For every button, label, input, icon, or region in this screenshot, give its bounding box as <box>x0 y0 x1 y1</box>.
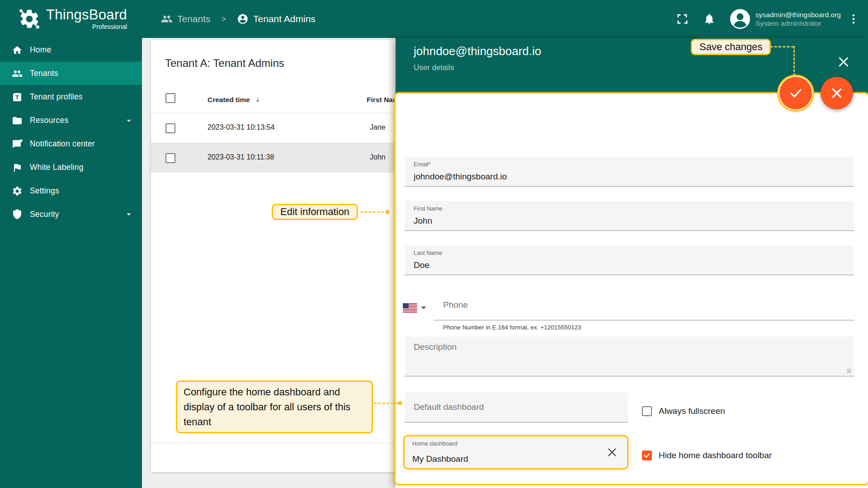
user-email: sysadmin@thingsboard.org <box>755 10 841 19</box>
annotation-configure-home-dashboard: Configure the home dashboard and display… <box>176 380 373 433</box>
phone-country-select[interactable] <box>403 297 431 319</box>
breadcrumb: Tenants > Tenant Admins <box>142 13 316 25</box>
breadcrumb-tenant-admins: Tenant Admins <box>253 14 316 24</box>
annotation-save-changes: Save changes <box>691 39 771 55</box>
page-title: Tenant A: Tenant Admins <box>165 57 284 70</box>
sidebar-item-label: Security <box>30 210 59 219</box>
cell-created-time: 2023-03-31 10:11:38 <box>208 153 274 161</box>
sidebar-item-white-labeling[interactable]: White Labeling <box>0 155 142 179</box>
tenants-icon <box>12 68 23 79</box>
resize-handle[interactable] <box>847 369 851 373</box>
last-name-field[interactable]: Last Name <box>405 245 854 275</box>
email-input[interactable] <box>414 172 836 182</box>
chevron-down-icon <box>421 306 426 310</box>
gear-icon <box>12 186 23 197</box>
breadcrumb-separator: > <box>222 14 226 24</box>
default-dashboard-field[interactable] <box>405 392 628 422</box>
notification-center-icon <box>12 139 23 150</box>
sidebar: ThingsBoard Professional Home Tenants T … <box>0 0 142 488</box>
description-textarea[interactable] <box>414 342 840 371</box>
tenant-profiles-icon: T <box>12 92 23 103</box>
sidebar-item-settings[interactable]: Settings <box>0 179 142 202</box>
breadcrumb-tenants[interactable]: Tenants <box>177 14 211 24</box>
email-field[interactable]: Email* <box>405 157 854 187</box>
avatar[interactable] <box>730 9 750 29</box>
topbar-actions: sysadmin@thingsboard.org System administ… <box>661 9 868 29</box>
close-icon[interactable] <box>837 55 850 69</box>
sidebar-item-notification-center[interactable]: Notification center <box>0 132 142 155</box>
sidebar-item-tenants[interactable]: Tenants <box>0 61 142 85</box>
user-info: sysadmin@thingsboard.org System administ… <box>755 10 841 28</box>
first-name-label: First Name <box>414 205 443 212</box>
cancel-button[interactable] <box>821 77 853 109</box>
first-name-input[interactable] <box>414 216 836 226</box>
sidebar-item-label: Tenant profiles <box>30 92 83 102</box>
close-icon <box>830 86 844 100</box>
brand-name: ThingsBoard <box>46 8 127 23</box>
folder-icon <box>12 115 23 126</box>
chevron-down-icon <box>124 116 134 126</box>
drawer-subtitle: User details <box>414 63 454 72</box>
cell-first-name: John <box>370 153 386 161</box>
screen: ThingsBoard Professional Home Tenants T … <box>0 0 868 488</box>
last-name-label: Last Name <box>414 249 442 256</box>
tenants-icon <box>161 13 173 25</box>
chevron-down-icon <box>124 209 134 219</box>
user-details-drawer: johndoe@thingsboard.io User details Emai… <box>396 38 868 488</box>
phone-hint: Phone Number in E.164 format, ex. +12015… <box>443 324 581 331</box>
notifications-bell-icon[interactable] <box>703 13 716 25</box>
annotation-connector <box>793 46 795 76</box>
user-role: System administrator <box>755 19 841 28</box>
default-dashboard-input[interactable] <box>414 392 610 422</box>
sort-desc-icon <box>254 96 262 104</box>
annotation-connector-dot <box>398 401 402 405</box>
always-fullscreen-checkbox[interactable]: Always fullscreen <box>642 406 725 416</box>
sidebar-item-resources[interactable]: Resources <box>0 108 142 132</box>
phone-field[interactable] <box>434 290 854 320</box>
fullscreen-icon[interactable] <box>676 13 689 25</box>
select-all-checkbox[interactable] <box>165 93 175 103</box>
hide-toolbar-checkbox[interactable]: Hide home dashboard toolbar <box>642 450 772 460</box>
checkbox-unchecked[interactable] <box>642 406 652 416</box>
check-icon <box>788 86 803 100</box>
annotation-connector-dot <box>385 210 390 214</box>
more-menu-icon[interactable] <box>848 12 859 26</box>
save-button[interactable] <box>779 77 812 109</box>
sidebar-item-tenant-profiles[interactable]: T Tenant profiles <box>0 85 142 108</box>
home-dashboard-field[interactable]: Home dashboard <box>403 435 628 469</box>
sidebar-item-label: Resources <box>30 116 68 125</box>
drawer-title: johndoe@thingsboard.io <box>414 44 541 58</box>
us-flag-icon <box>403 303 417 313</box>
home-dashboard-input[interactable] <box>412 454 584 464</box>
email-label: Email* <box>414 161 431 168</box>
user-details-form: Email* First Name Last Name <box>396 94 868 488</box>
sidebar-item-label: Tenants <box>30 69 58 78</box>
sidebar-item-label: Notification center <box>30 139 95 149</box>
home-dashboard-label: Home dashboard <box>412 440 458 447</box>
thingsboard-logo-icon <box>18 8 41 30</box>
row-checkbox[interactable] <box>165 123 175 133</box>
always-fullscreen-label: Always fullscreen <box>659 406 725 416</box>
column-header-created-time[interactable]: Created time <box>208 96 262 104</box>
sidebar-item-security[interactable]: Security <box>0 202 142 226</box>
svg-text:T: T <box>15 94 19 101</box>
cell-created-time: 2023-03-31 10:13:54 <box>208 123 275 131</box>
sidebar-menu: Home Tenants T Tenant profiles Resources… <box>0 38 142 226</box>
checkbox-checked[interactable] <box>642 450 652 460</box>
phone-input[interactable] <box>443 290 836 320</box>
first-name-field[interactable]: First Name <box>405 201 854 231</box>
brand-logo[interactable]: ThingsBoard Professional <box>0 0 142 38</box>
sidebar-item-label: Home <box>30 45 51 55</box>
sidebar-item-label: White Labeling <box>30 163 84 172</box>
cell-first-name: Jane <box>370 123 386 131</box>
row-checkbox[interactable] <box>165 153 175 163</box>
last-name-input[interactable] <box>414 260 836 270</box>
annotation-connector <box>360 211 388 213</box>
shield-icon <box>12 209 23 220</box>
sidebar-item-home[interactable]: Home <box>0 38 142 61</box>
topbar: Tenants > Tenant Admins sysadmin@thingsb… <box>142 0 868 38</box>
clear-icon[interactable] <box>606 446 618 458</box>
description-field[interactable] <box>405 337 854 376</box>
check-icon <box>643 452 651 459</box>
brand-subtitle: Professional <box>46 23 127 30</box>
